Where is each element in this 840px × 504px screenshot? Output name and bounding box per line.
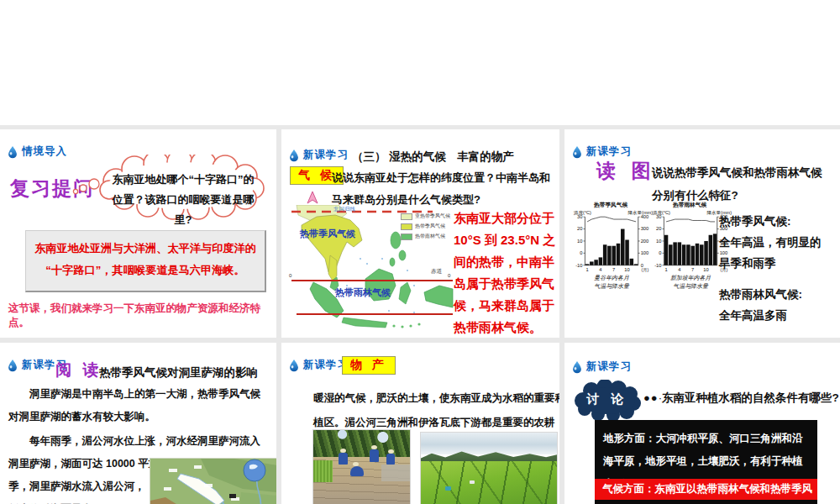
svg-text:30: 30 [577, 214, 582, 219]
review-question-text: 东南亚地处哪个“十字路口”的位置？该路口的咽喉要道是哪里? [111, 170, 255, 230]
review-answer-box: 东南亚地处亚洲与大洋洲、太平洋与印度洋的“十字路口”，其咽喉要道是马六甲海峡。 [25, 230, 266, 292]
map-equator-label: 赤道 [431, 268, 442, 276]
svg-text:温度(°C): 温度(°C) [574, 210, 591, 216]
reading-paragraph-1: 洞里萨湖是中南半岛上的第一大湖，热带季风气候对洞里萨湖的蓄水有较大影响。 [8, 383, 269, 428]
monsoon-feature-label: 热带季风气候: [719, 211, 825, 232]
reading-paragraph-2b: 季，洞里萨湖水流入湄公河，低水位时湖面只有 [8, 475, 147, 504]
legend-swatch-rainforest [401, 234, 412, 240]
slide-6-discussion[interactable]: 新课学习 讨 论 ●●· 东南亚种植水稻的自然条件有哪些? 地形方面：大河冲积平… [564, 343, 840, 504]
map-north-arrow-icon [307, 192, 318, 205]
monsoon-feature-desc: 全年高温，有明显的旱季和雨季 [719, 232, 825, 274]
reading-title: 热带季风气候对洞里萨湖的影响 [99, 365, 258, 381]
section-header: 新课学习 [288, 358, 349, 372]
climate-chart-bangkok: 热带季风气候温度(°C)降水量(mm)3020100-1040030020010… [573, 200, 654, 291]
climate-features: 热带季风气候: 全年高温，有明显的旱季和雨季 热带雨林风气候: 全年高温多雨 [719, 211, 825, 326]
section-header-label: 新课学习 [303, 148, 349, 162]
svg-text:200: 200 [641, 239, 649, 244]
map-equator-zero-left: 0 [289, 273, 291, 278]
products-badge: 物 产 [342, 356, 396, 375]
svg-text:1: 1 [664, 267, 667, 272]
rainforest-feature-desc: 全年高温多雨 [719, 305, 825, 326]
map-monsoon-label: 热带季风气候 [300, 228, 355, 240]
read-map-heading: 读 图 [596, 158, 655, 184]
svg-text:气温与降水量: 气温与降水量 [594, 283, 630, 290]
svg-text:7: 7 [612, 267, 615, 272]
section-header-label: 新课学习 [586, 144, 632, 159]
svg-text:(月): (月) [642, 267, 649, 273]
svg-text:4: 4 [678, 267, 681, 272]
map-rainforest-label: 热带雨林气候 [335, 286, 391, 299]
svg-text:0: 0 [659, 250, 661, 255]
discussion-question: 东南亚种植水稻的自然条件有哪些? [662, 391, 840, 406]
legend-label: 亚热带季风气候 [415, 213, 450, 220]
svg-text:300: 300 [641, 226, 649, 231]
slide-title: （三） 湿热的气候 丰富的物产 [352, 150, 514, 165]
section-header: 新课学习 [288, 148, 349, 162]
tonle-sap-map-image [150, 458, 276, 504]
svg-text:热带雨林气候: 热带雨林气候 [672, 202, 707, 208]
legend-label: 热带雨林气候 [415, 233, 445, 240]
svg-text:30: 30 [656, 214, 661, 219]
slide-4-reading-tonle-sap[interactable]: 新课学习 阅 读 热带季风气候对洞里萨湖的影响 洞里萨湖是中南半岛上的第一大湖，… [0, 343, 276, 504]
svg-text:10: 10 [703, 267, 708, 272]
slide-5-products[interactable]: 新课学习 物 产 暖湿的气候，肥沃的土壤，使东南亚成为水稻的重要种植区。湄公河三… [281, 343, 559, 504]
water-drop-icon [288, 149, 300, 162]
rice-planting-photo [312, 429, 411, 504]
svg-text:温度(°C): 温度(°C) [653, 210, 670, 216]
svg-text:1: 1 [585, 267, 588, 272]
svg-text:气温与降水量: 气温与降水量 [673, 283, 709, 290]
svg-text:4: 4 [599, 267, 602, 272]
svg-text:10: 10 [624, 267, 629, 272]
svg-text:曼谷年内各月: 曼谷年内各月 [594, 275, 629, 281]
svg-text:10: 10 [656, 239, 661, 244]
svg-text:0: 0 [580, 250, 582, 255]
svg-text:-10: -10 [575, 263, 582, 268]
section-header: 情境导入 [7, 144, 67, 159]
legend-label: 热带季风气候 [415, 223, 445, 230]
map-tropic-of-cancer-label: 北回归线 [333, 206, 355, 213]
rainforest-feature-label: 热带雨林风气候: [719, 284, 825, 305]
reading-heading: 阅 读 [55, 360, 102, 381]
svg-text:10: 10 [577, 239, 582, 244]
svg-text:7: 7 [691, 267, 694, 272]
climate-answer-banner: 气候方面：东南亚以热带雨林气候和热带季风 [595, 479, 817, 500]
svg-text:热带季风气候: 热带季风气候 [593, 202, 628, 208]
svg-text:400: 400 [641, 214, 649, 219]
section-header: 新课学习 [571, 360, 632, 374]
water-drop-icon [7, 145, 18, 159]
svg-text:-10: -10 [654, 263, 661, 268]
lesson-transition-text: 这节课，我们就来学习一下东南亚的物产资源和经济特点。 [8, 302, 273, 330]
slide-grid: 情境导入 复习提问 东南亚地处哪个“十字路口”的位置？该路口的咽喉要道是哪里? … [0, 125, 840, 504]
svg-text:新加坡年内各月: 新加坡年内各月 [670, 275, 711, 281]
section-header: 新课学习 [571, 144, 632, 159]
slide-1-review-intro[interactable]: 情境导入 复习提问 东南亚地处哪个“十字路口”的位置？该路口的咽喉要道是哪里? … [0, 129, 276, 338]
section-header-label: 新课学习 [586, 360, 632, 374]
water-drop-icon [7, 359, 18, 372]
water-drop-icon [288, 359, 300, 372]
map-equator-zero-right: 0 [448, 273, 450, 278]
water-drop-icon [571, 360, 583, 374]
slide-2-climate[interactable]: 新课学习 （三） 湿热的气候 丰富的物产 气 候 说说东南亚处于怎样的纬度位置？… [281, 129, 559, 338]
legend-swatch-subtropical [401, 213, 412, 220]
climate-answer-text: 东南亚大部分位于10°S 到 23.5°N 之间的热带，中南半岛属于热带季风气候… [454, 207, 556, 338]
slide-3-read-map[interactable]: 新课学习 读 图 说说热带季风气候和热带雨林气候分别有什么特征? 热带季风气候温… [564, 129, 840, 338]
section-header-label: 情境导入 [22, 144, 67, 159]
svg-text:20: 20 [577, 226, 582, 231]
discussion-dots: ●●· [643, 391, 663, 404]
svg-text:100: 100 [641, 250, 649, 255]
discussion-heading: 讨 论 [573, 391, 642, 407]
svg-text:20: 20 [656, 226, 661, 231]
map-legend: 亚热带季风气候 热带季风气候 热带雨林气候 [401, 213, 450, 240]
thought-bubble-dots-icon [72, 176, 101, 197]
water-drop-icon [571, 145, 583, 159]
legend-swatch-monsoon [401, 223, 412, 230]
rice-field-photo [420, 432, 558, 504]
